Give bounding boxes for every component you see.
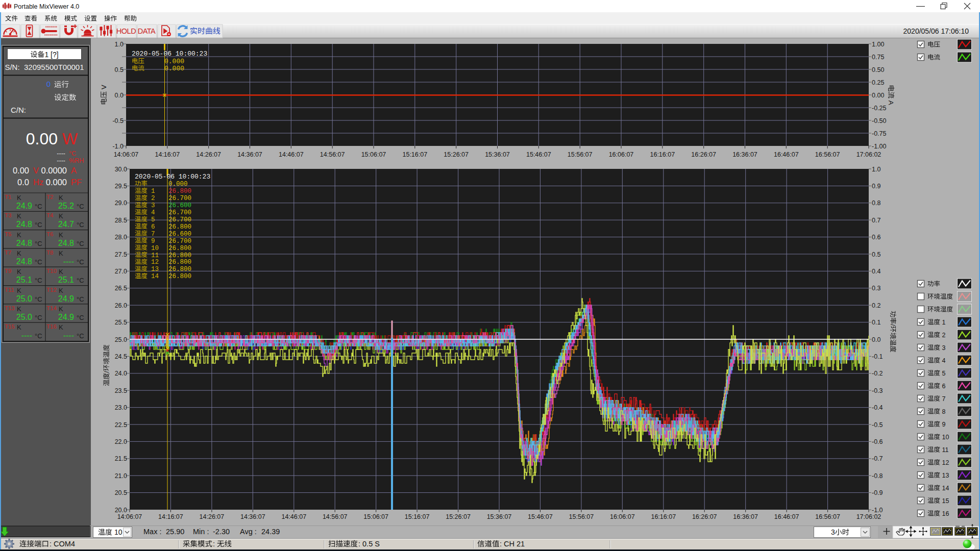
svg-text:°C: °C (77, 277, 84, 284)
svg-text:T16: T16 (46, 323, 57, 330)
svg-text:0.50: 0.50 (872, 66, 884, 73)
svg-text:0.5: 0.5 (872, 251, 880, 258)
svg-text:4: 4 (151, 209, 155, 216)
svg-text:T10: T10 (46, 268, 57, 274)
svg-text:W: W (62, 130, 78, 148)
svg-text:26.700: 26.700 (168, 195, 191, 202)
svg-text:26.700: 26.700 (168, 216, 191, 223)
svg-text:-1.00: -1.00 (872, 143, 887, 150)
svg-text:15:46:07: 15:46:07 (528, 513, 553, 520)
svg-text:T8: T8 (46, 249, 53, 256)
svg-text:0.000: 0.000 (168, 181, 188, 188)
svg-text:16:36:07: 16:36:07 (732, 151, 757, 158)
svg-text:T7: T7 (5, 249, 11, 256)
svg-text:22.5: 22.5 (115, 421, 127, 429)
svg-text:14:46:07: 14:46:07 (279, 151, 304, 158)
svg-text:2020-05-06 10:00:23: 2020-05-06 10:00:23 (135, 173, 210, 181)
svg-text:15:06:07: 15:06:07 (361, 151, 386, 158)
svg-text:24.7: 24.7 (58, 220, 74, 229)
svg-text:K: K (17, 194, 21, 202)
svg-text:14:06:07: 14:06:07 (114, 151, 139, 158)
svg-text:0.8: 0.8 (872, 199, 880, 207)
svg-text:1: 1 (940, 319, 945, 326)
svg-text:26.800: 26.800 (168, 259, 191, 266)
svg-text:°C: °C (77, 240, 84, 247)
svg-text:26.5: 26.5 (115, 285, 127, 292)
svg-text:T12: T12 (46, 287, 57, 293)
svg-text:14:26:07: 14:26:07 (196, 151, 221, 158)
svg-text:24.8: 24.8 (16, 239, 32, 247)
svg-text:K: K (17, 268, 21, 276)
svg-text:0.25: 0.25 (872, 79, 884, 86)
svg-text:Min :: Min : (193, 528, 209, 536)
svg-text:-0.9: -0.9 (872, 489, 883, 496)
svg-text:K: K (17, 249, 21, 257)
svg-text:14:16:07: 14:16:07 (158, 513, 183, 520)
svg-text:25.1: 25.1 (58, 276, 74, 284)
svg-text:29.0: 29.0 (115, 199, 127, 207)
svg-text:30.0: 30.0 (115, 166, 127, 173)
svg-text:7: 7 (151, 231, 155, 238)
svg-text:°C: °C (35, 295, 42, 303)
svg-text:Portable MixViewer 4.0: Portable MixViewer 4.0 (14, 3, 79, 10)
svg-text:16: 16 (940, 510, 949, 517)
svg-text:12: 12 (940, 459, 949, 466)
svg-text:A: A (71, 166, 77, 175)
svg-text:16:26:07: 16:26:07 (692, 513, 717, 520)
svg-text:16:06:07: 16:06:07 (609, 151, 634, 158)
svg-text:/: / (889, 324, 897, 326)
svg-text:K: K (59, 323, 63, 331)
svg-text:26.800: 26.800 (168, 273, 191, 280)
svg-text:20.0: 20.0 (115, 507, 127, 514)
svg-text:S/N: 32095500T00001: S/N: 32095500T00001 (5, 63, 84, 71)
svg-text:HOLD: HOLD (116, 27, 136, 35)
svg-text:24.8: 24.8 (16, 220, 32, 229)
svg-text:T5: T5 (5, 231, 11, 237)
svg-text:-0.7: -0.7 (872, 455, 883, 462)
svg-text:K: K (17, 212, 21, 220)
svg-text:13: 13 (940, 472, 949, 479)
svg-text:0.0000: 0.0000 (41, 166, 67, 175)
svg-text:K: K (17, 287, 21, 294)
svg-text:-0.8: -0.8 (872, 472, 883, 480)
svg-text:K: K (59, 305, 63, 313)
svg-text:1.0: 1.0 (872, 166, 880, 173)
svg-text:29.5: 29.5 (115, 183, 127, 190)
svg-text:Avg :: Avg : (240, 528, 257, 536)
svg-text:----: ---- (63, 257, 74, 266)
svg-text:14:56:07: 14:56:07 (320, 151, 345, 158)
svg-text:Max :: Max : (143, 528, 161, 536)
svg-text:10: 10 (940, 434, 949, 441)
svg-text:24.0: 24.0 (115, 370, 127, 377)
svg-text:0.5: 0.5 (115, 66, 124, 73)
svg-text:°C: °C (35, 240, 42, 247)
svg-text:----: ---- (63, 331, 74, 340)
svg-text:14:26:07: 14:26:07 (200, 513, 225, 520)
svg-text:C/N:: C/N: (11, 106, 26, 114)
svg-text:2020/05/06 17:06:10: 2020/05/06 17:06:10 (903, 27, 969, 35)
svg-text:Hz: Hz (33, 178, 43, 187)
svg-text:15:36:07: 15:36:07 (487, 513, 512, 520)
svg-text:0.00: 0.00 (13, 166, 29, 175)
svg-text:24.9: 24.9 (16, 202, 32, 210)
svg-text:24.9: 24.9 (58, 294, 74, 303)
svg-text:26.600: 26.600 (168, 231, 191, 238)
svg-text:°C: °C (35, 221, 42, 229)
svg-text:T9: T9 (5, 268, 11, 274)
svg-text:K: K (17, 323, 21, 331)
svg-text:11: 11 (151, 252, 159, 259)
svg-text:°C: °C (77, 332, 84, 340)
svg-text:6: 6 (940, 383, 945, 390)
svg-text:14:46:07: 14:46:07 (281, 513, 306, 520)
svg-text:16:56:07: 16:56:07 (815, 513, 840, 520)
svg-text:K: K (59, 212, 63, 220)
svg-text:28.5: 28.5 (115, 217, 127, 224)
svg-text:7: 7 (940, 395, 945, 403)
svg-text:14: 14 (940, 485, 949, 492)
svg-text:14:36:07: 14:36:07 (240, 513, 265, 520)
svg-text:K: K (59, 249, 63, 257)
svg-text:10: 10 (112, 528, 122, 536)
svg-text:14:56:07: 14:56:07 (323, 513, 348, 520)
svg-text:T11: T11 (5, 287, 14, 293)
svg-text:K: K (17, 305, 21, 313)
